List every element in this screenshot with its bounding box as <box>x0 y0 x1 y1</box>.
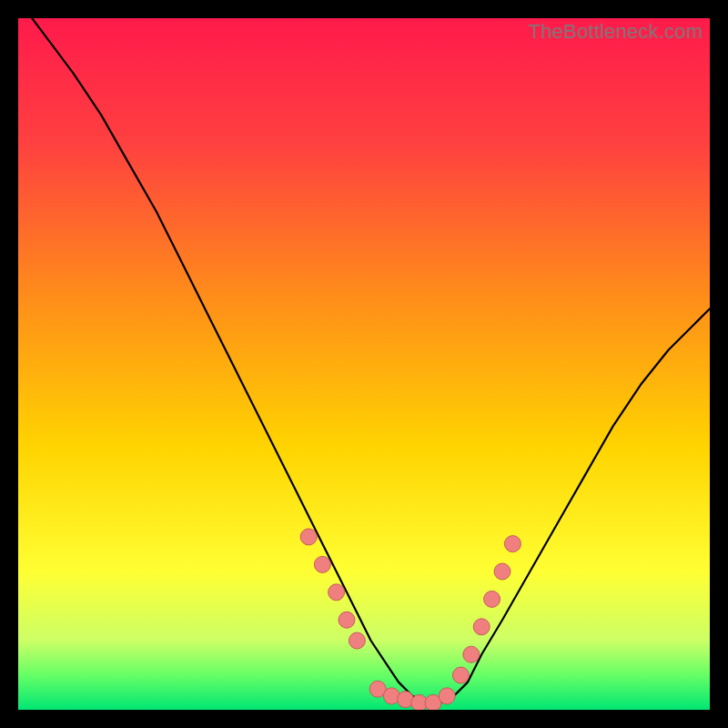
curve-marker <box>463 646 480 662</box>
chart-svg <box>18 18 710 710</box>
curve-marker <box>452 667 469 683</box>
curve-marker <box>349 632 365 649</box>
curve-marker <box>473 619 490 635</box>
curve-marker <box>329 584 345 601</box>
curve-marker <box>314 556 330 572</box>
curve-marker <box>439 688 455 704</box>
chart-frame: TheBottleneck.com <box>18 18 710 710</box>
curve-marker <box>300 529 317 545</box>
curve-marker <box>484 591 500 607</box>
curve-marker <box>494 563 511 580</box>
gradient-background <box>18 18 710 710</box>
curve-marker <box>339 612 355 628</box>
curve-marker <box>504 536 521 552</box>
watermark-text: TheBottleneck.com <box>528 20 703 44</box>
